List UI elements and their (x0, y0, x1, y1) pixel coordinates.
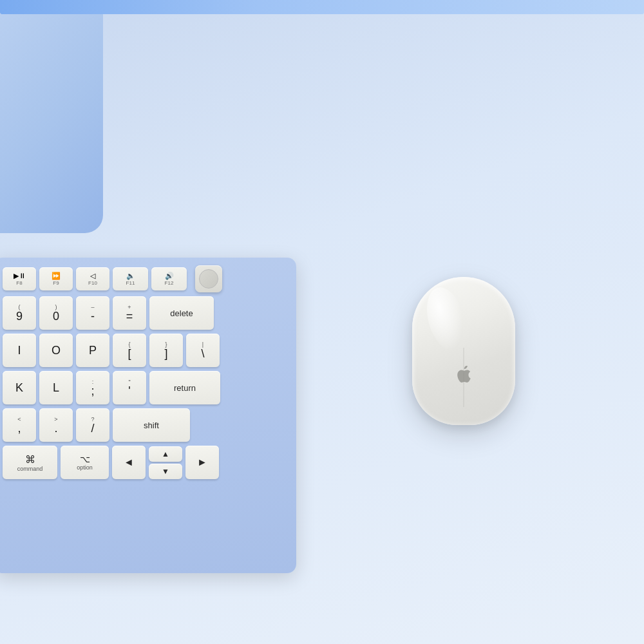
touch-id-button[interactable] (195, 265, 222, 292)
key-return[interactable]: return (149, 371, 220, 404)
key-f11[interactable]: 🔈 F11 (113, 267, 148, 290)
fn-key-row: ▶⏸ F8 ⏩ F9 ◁ F10 🔈 F11 🔊 F12 (3, 265, 287, 292)
key-option[interactable]: ⌥ option (61, 446, 109, 479)
key-f9[interactable]: ⏩ F9 (39, 267, 73, 290)
key-9[interactable]: ( 9 (3, 296, 36, 330)
apple-logo-icon (457, 366, 471, 386)
key-k[interactable]: K (3, 371, 36, 404)
key-command[interactable]: ⌘ command (3, 446, 57, 479)
key-bracket-close[interactable]: } ] (149, 334, 183, 367)
key-l[interactable]: L (39, 371, 73, 404)
key-semicolon[interactable]: : ; (76, 371, 109, 404)
imac-body (0, 14, 103, 233)
key-slash[interactable]: ? / (76, 408, 109, 442)
key-f12[interactable]: 🔊 F12 (151, 267, 187, 290)
number-row-partial: ( 9 ) 0 – - + = delete (3, 296, 287, 330)
modifier-row: ⌘ command ⌥ option ◄ ▲ ▼ ► (3, 446, 287, 479)
key-p[interactable]: P (76, 334, 109, 367)
key-f10[interactable]: ◁ F10 (76, 267, 109, 290)
key-0[interactable]: ) 0 (39, 296, 73, 330)
mouse-shine (421, 283, 471, 355)
mouse-body (412, 277, 515, 425)
key-delete[interactable]: delete (149, 296, 214, 330)
key-arrow-up[interactable]: ▲ (149, 446, 182, 462)
arrow-up-down-cluster: ▲ ▼ (149, 446, 182, 479)
key-arrow-right[interactable]: ► (185, 446, 219, 479)
magic-mouse[interactable] (412, 277, 515, 425)
key-bracket-open[interactable]: { [ (113, 334, 146, 367)
home-row: K L : ; " ' return (3, 371, 287, 404)
key-f8[interactable]: ▶⏸ F8 (3, 267, 36, 290)
key-comma[interactable]: < , (3, 408, 36, 442)
key-backslash[interactable]: | \ (186, 334, 220, 367)
key-period[interactable]: > . (39, 408, 73, 442)
key-shift[interactable]: shift (113, 408, 190, 442)
key-arrow-left[interactable]: ◄ (112, 446, 146, 479)
imac-top-bar (0, 0, 644, 14)
key-quote[interactable]: " ' (113, 371, 146, 404)
key-equals[interactable]: + = (113, 296, 146, 330)
key-arrow-down[interactable]: ▼ (149, 464, 182, 479)
bottom-letter-row: < , > . ? / shift (3, 408, 287, 442)
key-o[interactable]: O (39, 334, 73, 367)
magic-keyboard: ▶⏸ F8 ⏩ F9 ◁ F10 🔈 F11 🔊 F12 (0, 258, 296, 573)
qwerty-row: I O P { [ } ] | \ (3, 334, 287, 367)
key-minus[interactable]: – - (76, 296, 109, 330)
key-i[interactable]: I (3, 334, 36, 367)
